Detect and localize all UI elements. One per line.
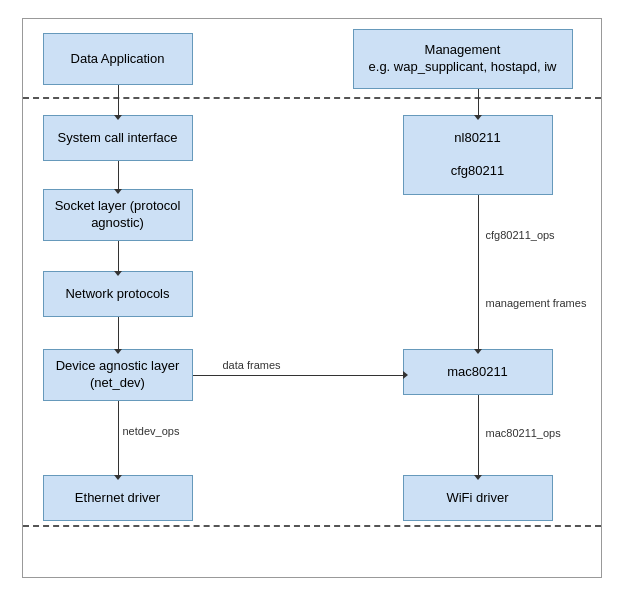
box-wifi-driver: WiFi driver — [403, 475, 553, 521]
line-syscall-to-socket — [118, 161, 119, 189]
box-data-application: Data Application — [43, 33, 193, 85]
box-mac80211: mac80211 — [403, 349, 553, 395]
dashed-line-top — [23, 97, 601, 99]
label-data-frames: data frames — [223, 359, 281, 371]
box-network-protocols: Network protocols — [43, 271, 193, 317]
dashed-line-bottom — [23, 525, 601, 527]
line-mac-to-wifi — [478, 395, 479, 475]
label-mac80211-ops: mac80211_ops — [486, 427, 561, 439]
box-system-call: System call interface — [43, 115, 193, 161]
line-data-frames — [193, 375, 403, 376]
line-mac-to-wifi-arrow — [478, 469, 479, 475]
line-netproto-to-device — [118, 317, 119, 349]
line-nl80211-to-mac-arrow — [478, 344, 479, 349]
box-ethernet-driver: Ethernet driver — [43, 475, 193, 521]
box-management: Management e.g. wap_supplicant, hostapd,… — [353, 29, 573, 89]
line-device-to-eth-arrow — [118, 469, 119, 475]
box-nl80211-cfg80211: nl80211 cfg80211 — [403, 115, 553, 195]
line-mgmt-to-nl80211 — [478, 89, 479, 115]
box-device-agnostic: Device agnostic layer (net_dev) — [43, 349, 193, 401]
label-netdev-ops: netdev_ops — [123, 425, 180, 437]
line-app-to-syscall — [118, 85, 119, 115]
line-nl80211-to-mac — [478, 195, 479, 349]
line-device-to-eth-top — [118, 401, 119, 475]
label-cfg80211-ops: cfg80211_ops — [486, 229, 555, 241]
box-socket-layer: Socket layer (protocol agnostic) — [43, 189, 193, 241]
label-management-frames: management frames — [486, 297, 587, 309]
diagram-container: Data Application System call interface S… — [22, 18, 602, 578]
line-socket-to-netproto — [118, 241, 119, 271]
